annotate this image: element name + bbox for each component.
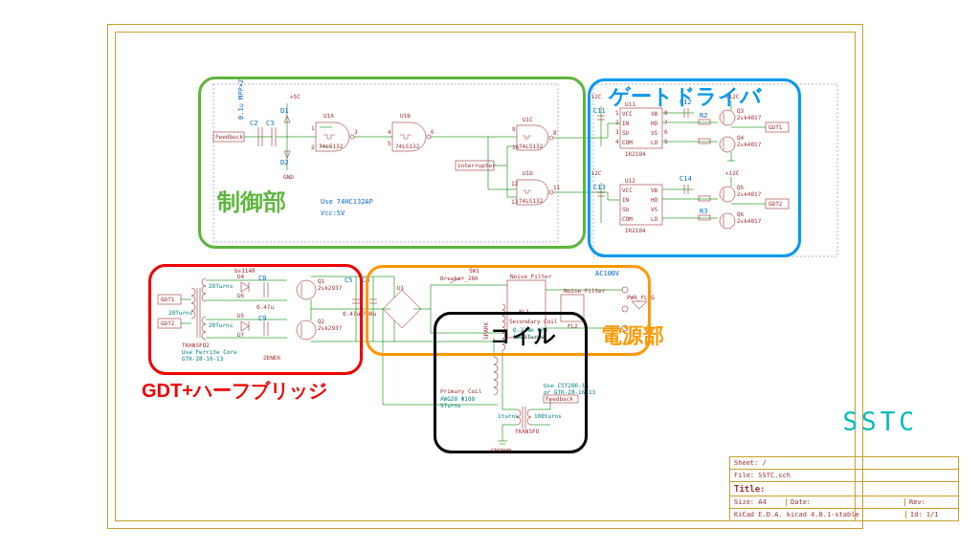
annotation-gate-driver-label: ゲートドライバ: [609, 82, 762, 111]
size-label: Size: A4: [734, 498, 787, 506]
annotation-psu-label: 電源部: [601, 321, 664, 350]
title-block: Sheet: / File: SSTC.sch Title: Size: A4 …: [729, 456, 959, 521]
id-label: Id: 1/1: [910, 511, 939, 518]
annotation-control-label: 制御部: [217, 187, 286, 217]
project-title: SSTC: [842, 408, 918, 436]
annotation-control: [198, 77, 586, 249]
rev-label: Rev:: [909, 498, 925, 506]
annotation-gdt-hb: [148, 264, 363, 375]
title-label: Title:: [734, 484, 766, 494]
annotation-gdt-hb-label: GDT+ハーフブリッジ: [142, 378, 327, 404]
date-label: Date:: [791, 498, 905, 506]
sheet-label: Sheet: /: [734, 459, 767, 467]
annotation-coil-label: コイル: [490, 321, 556, 350]
tool-label: KiCad E.D.A. kicad 4.0.1-stable: [734, 511, 906, 518]
file-label: File: SSTC.sch: [734, 472, 791, 479]
